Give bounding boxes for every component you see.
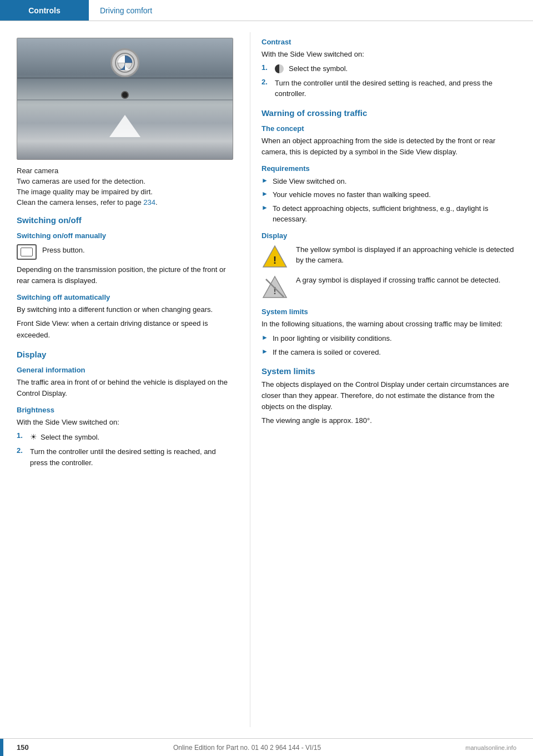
sys-lim-item-0: ► In poor lighting or visibility conditi…	[262, 333, 516, 344]
req-text-1: Your vehicle moves no faster than walkin…	[273, 189, 431, 200]
press-button-label: Press button.	[42, 245, 85, 256]
system-limits-1-text: In the following situations, the warning…	[262, 319, 516, 330]
sys-lim-arrow-0: ►	[262, 334, 268, 341]
contrast-step-1-text: Select the symbol.	[289, 63, 348, 74]
contrast-step-1: 1. Select the symbol.	[262, 63, 516, 74]
bullet-arrow-2: ►	[262, 204, 268, 211]
system-limits-2-title: System limits	[262, 366, 516, 376]
contrast-step-2: 2. Turn the controller until the desired…	[262, 78, 516, 99]
brightness-step-2-content: Turn the controller until the desired se…	[30, 446, 233, 468]
page-wrapper: Controls Driving comfort	[0, 0, 533, 756]
caption-image-quality: The image quality may be impaired by dir…	[17, 188, 233, 196]
right-display-title: Display	[262, 231, 516, 240]
triangle-text-0: The yellow symbol is displayed if an app…	[296, 244, 516, 266]
clean-camera-text: Clean the camera lenses, refer to page	[17, 198, 143, 206]
caption-two-cameras: Two cameras are used for the detection.	[17, 177, 233, 185]
button-icon-inner	[21, 248, 33, 256]
footer: 150 Online Edition for Part no. 01 40 2 …	[0, 738, 533, 756]
contrast-step-2-text: Turn the controller until the desired se…	[275, 78, 516, 99]
concept-title: The concept	[262, 124, 516, 133]
bullet-arrow-1: ►	[262, 190, 268, 198]
system-limits-2-text2: The viewing angle is approx. 180°.	[262, 415, 516, 426]
contrast-intro: With the Side View switched on:	[262, 49, 516, 60]
main-content: Rear camera Two cameras are used for the…	[0, 21, 533, 738]
concept-text: When an object approaching from the side…	[262, 135, 516, 158]
controls-label: Controls	[28, 6, 61, 15]
brightness-steps: 1. ☀ Select the symbol. 2. Turn the cont…	[17, 431, 233, 468]
depending-text: Depending on the transmission position, …	[17, 264, 233, 286]
header-controls-tab[interactable]: Controls	[0, 0, 89, 21]
driving-comfort-label: Driving comfort	[100, 6, 152, 15]
warning-crossing-title: Warning of crossing traffic	[262, 108, 516, 118]
req-item-1: ► Your vehicle moves no faster than walk…	[262, 189, 516, 200]
req-item-0: ► Side View switched on.	[262, 176, 516, 187]
header-driving-tab[interactable]: Driving comfort	[89, 0, 163, 21]
requirements-title: Requirements	[262, 164, 516, 173]
contrast-step-1-num: 1.	[262, 63, 271, 72]
switching-manually-title: Switching on/off manually	[17, 231, 233, 240]
brightness-step-1-content: ☀ Select the symbol.	[30, 431, 99, 443]
display-title: Display	[17, 350, 233, 359]
bmw-logo	[110, 48, 139, 77]
general-info-text: The traffic area in front of or behind t…	[17, 377, 233, 399]
contrast-title: Contrast	[262, 38, 516, 46]
sys-lim-item-1: ► If the camera is soiled or covered.	[262, 347, 516, 358]
half-circle-icon	[275, 64, 284, 73]
general-info-title: General information	[17, 366, 233, 374]
warning-triangle-crossed: !	[262, 275, 288, 301]
header: Controls Driving comfort	[0, 0, 533, 21]
contrast-steps: 1. Select the symbol. 2. Turn the contro…	[262, 63, 516, 99]
press-button-row: Press button.	[17, 244, 233, 260]
auto-off-title: Switching off automatically	[17, 293, 233, 301]
contrast-step-2-num: 2.	[262, 78, 271, 86]
switching-on-off-title: Switching on/off	[17, 215, 233, 225]
button-icon	[17, 244, 37, 260]
brightness-step-1-num: 1.	[17, 431, 27, 440]
camera-image-inner	[17, 38, 233, 159]
brightness-title: Brightness	[17, 406, 233, 414]
brightness-step-1-text: Select the symbol.	[41, 432, 99, 443]
brightness-step-2-text: Turn the controller until the desired se…	[30, 446, 233, 468]
req-item-2: ► To detect approaching objects, suffici…	[262, 203, 516, 225]
camera-image	[17, 38, 233, 160]
clean-camera-link[interactable]: 234	[143, 198, 155, 206]
system-limits-1-title: System limits	[262, 308, 516, 316]
requirements-list: ► Side View switched on. ► Your vehicle …	[262, 176, 516, 225]
contrast-step-2-content: Turn the controller until the desired se…	[275, 78, 516, 99]
footer-bar	[0, 739, 3, 756]
system-limits-1-list: ► In poor lighting or visibility conditi…	[262, 333, 516, 357]
page-number: 150	[17, 743, 29, 752]
footer-watermark: manualsonline.info	[465, 744, 516, 751]
brightness-step-1: 1. ☀ Select the symbol.	[17, 431, 233, 443]
sys-lim-text-0: In poor lighting or visibility condition…	[273, 333, 392, 344]
right-column: Contrast With the Side View switched on:…	[250, 32, 533, 727]
sun-icon: ☀	[30, 431, 37, 443]
triangle-row-0: ! The yellow symbol is displayed if an a…	[262, 244, 516, 270]
system-limits-2-text1: The objects displayed on the Control Dis…	[262, 379, 516, 412]
req-text-0: Side View switched on.	[273, 176, 346, 187]
caption-rear-camera: Rear camera	[17, 167, 233, 175]
auto-off-text2: Front Side View: when a certain driving …	[17, 318, 233, 340]
req-text-2: To detect approaching objects, sufficien…	[273, 203, 516, 225]
caption-clean-camera: Clean the camera lenses, refer to page 2…	[17, 198, 233, 206]
triangle-text-1: A gray symbol is displayed if crossing t…	[296, 275, 500, 286]
footer-center-text: Online Edition for Part no. 01 40 2 964 …	[173, 744, 321, 752]
brightness-step-2-num: 2.	[17, 446, 27, 455]
brightness-step-2: 2. Turn the controller until the desired…	[17, 446, 233, 468]
sys-lim-arrow-1: ►	[262, 347, 268, 355]
contrast-step-1-content: Select the symbol.	[275, 63, 348, 74]
sys-lim-text-1: If the camera is soiled or covered.	[273, 347, 381, 358]
brightness-intro: With the Side View switched on:	[17, 417, 233, 428]
auto-off-text1: By switching into a different function o…	[17, 304, 233, 315]
left-column: Rear camera Two cameras are used for the…	[0, 32, 250, 727]
bullet-arrow-0: ►	[262, 177, 268, 184]
warning-triangle-yellow: !	[262, 244, 288, 270]
svg-text:!: !	[273, 255, 276, 266]
clean-camera-period: .	[155, 198, 158, 206]
triangle-row-1: ! A gray symbol is displayed if crossing…	[262, 275, 516, 301]
camera-arrow-icon	[109, 115, 140, 137]
